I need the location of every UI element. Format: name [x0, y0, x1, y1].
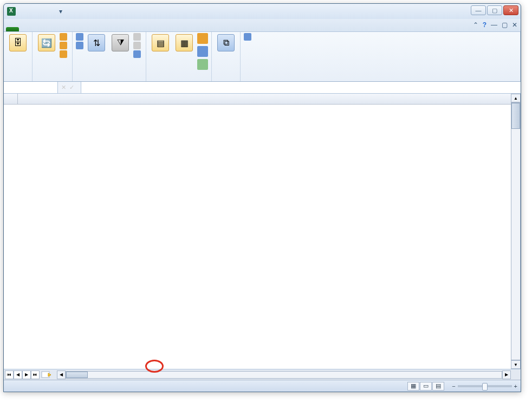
group-analysis [241, 32, 521, 81]
remove-duplicates-button[interactable]: ▦ [173, 33, 195, 54]
refresh-icon: 🔄 [38, 34, 55, 51]
group-connections: 🔄 [33, 32, 73, 81]
sheet-tabs-bar: ⏮ ◀ ▶ ⏭ ◀ ▶ [4, 369, 521, 380]
database-icon: 🗄 [9, 34, 27, 51]
scroll-left-button[interactable]: ◀ [57, 370, 66, 379]
link-icon [60, 33, 67, 41]
validation-icon[interactable] [197, 33, 208, 44]
close-button[interactable]: ✕ [503, 5, 518, 15]
clear-filter-button [133, 33, 142, 41]
ribbon-body: 🗄 🔄 [4, 32, 521, 82]
ribbon-help: ⌃ ? — ▢ ✕ [473, 21, 517, 29]
edit-links-button[interactable] [60, 50, 69, 58]
analysis-icon [244, 33, 251, 41]
vertical-scrollbar[interactable]: ▲ ▼ [511, 94, 521, 369]
filter-button[interactable]: ⧩ [109, 33, 131, 54]
edit-links-icon [60, 50, 67, 58]
group-sort-filter: ⇅ ⧩ [73, 32, 146, 81]
funnel-icon: ⧩ [112, 34, 129, 51]
cancel-formula-icon: ✕ [61, 84, 66, 91]
zoom-out-button[interactable]: − [452, 383, 455, 389]
excel-icon [7, 7, 16, 16]
column-headers [4, 94, 521, 105]
sheet-last-button[interactable]: ⏭ [31, 370, 40, 379]
advanced-filter-button[interactable] [133, 50, 142, 58]
file-tab[interactable] [6, 27, 19, 31]
window-controls: — ▢ ✕ [471, 5, 518, 15]
titlebar: ▾ — ▢ ✕ [4, 4, 521, 19]
doc-restore-icon[interactable]: ▢ [502, 21, 508, 29]
columns-icon: ▤ [152, 34, 169, 51]
quick-access-toolbar: ▾ [20, 6, 66, 16]
consolidate-icon[interactable] [197, 46, 208, 57]
refresh-all-button[interactable]: 🔄 [36, 33, 57, 54]
advanced-icon [133, 50, 141, 58]
normal-view-button[interactable]: ▦ [407, 382, 419, 391]
select-all[interactable] [4, 94, 18, 104]
status-bar: ▦ ▭ ▤ − + [4, 380, 521, 392]
sort-za-icon [76, 42, 83, 49]
sort-icon: ⇅ [88, 34, 105, 51]
sort-za-button[interactable] [76, 42, 83, 49]
ribbon-minimize-icon[interactable]: ⌃ [473, 21, 478, 29]
zoom-control: − + [450, 383, 517, 389]
grid-area: ▲ ▼ [4, 94, 521, 369]
view-buttons: ▦ ▭ ▤ [407, 382, 444, 391]
text-to-columns-button[interactable]: ▤ [150, 33, 171, 54]
sheet-nav: ⏮ ◀ ▶ ⏭ [5, 370, 40, 379]
sheet-prev-button[interactable]: ◀ [14, 370, 22, 379]
minimize-button[interactable]: — [471, 5, 486, 15]
maximize-button[interactable]: ▢ [487, 5, 502, 15]
properties-icon [60, 42, 67, 49]
connections-button[interactable] [60, 33, 69, 41]
sort-az-button[interactable] [76, 33, 83, 41]
help-icon[interactable]: ? [483, 21, 486, 29]
new-sheet-button[interactable] [41, 370, 53, 379]
duplicates-icon: ▦ [176, 34, 193, 51]
undo-button[interactable] [32, 6, 42, 16]
group-data-tools: ▤ ▦ [146, 32, 212, 81]
scroll-up-button[interactable]: ▲ [511, 94, 521, 102]
zoom-in-button[interactable]: + [514, 383, 517, 389]
doc-minimize-icon[interactable]: — [491, 21, 497, 29]
reapply-button [133, 42, 142, 49]
name-box[interactable] [4, 82, 58, 93]
hscroll-thumb[interactable] [66, 372, 88, 378]
grid-rows [4, 105, 521, 369]
page-layout-button[interactable]: ▭ [420, 382, 432, 391]
vscroll-thumb[interactable] [511, 103, 520, 129]
vscroll-track[interactable] [511, 102, 521, 360]
scroll-down-button[interactable]: ▼ [511, 360, 521, 369]
reapply-icon [133, 42, 141, 49]
clear-icon [133, 33, 141, 41]
doc-close-icon[interactable]: ✕ [512, 21, 517, 29]
outline-icon: ⧉ [217, 34, 235, 51]
group-outline: ⧉ [212, 32, 241, 81]
zoom-slider[interactable] [458, 385, 512, 387]
app-window: ▾ — ▢ ✕ ⌃ ? — ▢ ✕ 🗄 [3, 3, 521, 392]
get-external-data-button[interactable]: 🗄 [7, 33, 29, 54]
sort-az-icon [76, 33, 83, 41]
properties-button[interactable] [60, 42, 69, 49]
ribbon-tabs: ⌃ ? — ▢ ✕ [4, 19, 521, 32]
outline-button[interactable]: ⧉ [215, 33, 237, 54]
formula-bar: ✕ ✓ [4, 82, 521, 94]
page-break-button[interactable]: ▤ [432, 382, 444, 391]
horizontal-scrollbar[interactable]: ◀ ▶ [57, 370, 511, 379]
qat-customize[interactable]: ▾ [56, 6, 66, 16]
hscroll-track[interactable] [66, 371, 502, 379]
redo-button[interactable] [44, 6, 54, 16]
sort-button[interactable]: ⇅ [86, 33, 107, 54]
sheet-next-button[interactable]: ▶ [22, 370, 31, 379]
scroll-right-button[interactable]: ▶ [502, 370, 511, 379]
enter-formula-icon: ✓ [69, 84, 74, 91]
data-analysis-button[interactable] [244, 33, 253, 41]
formula-input[interactable] [81, 82, 521, 93]
whatif-icon[interactable] [197, 59, 208, 70]
sheet-first-button[interactable]: ⏮ [5, 370, 14, 379]
group-external-data: 🗄 [4, 32, 33, 81]
save-button[interactable] [20, 6, 30, 16]
